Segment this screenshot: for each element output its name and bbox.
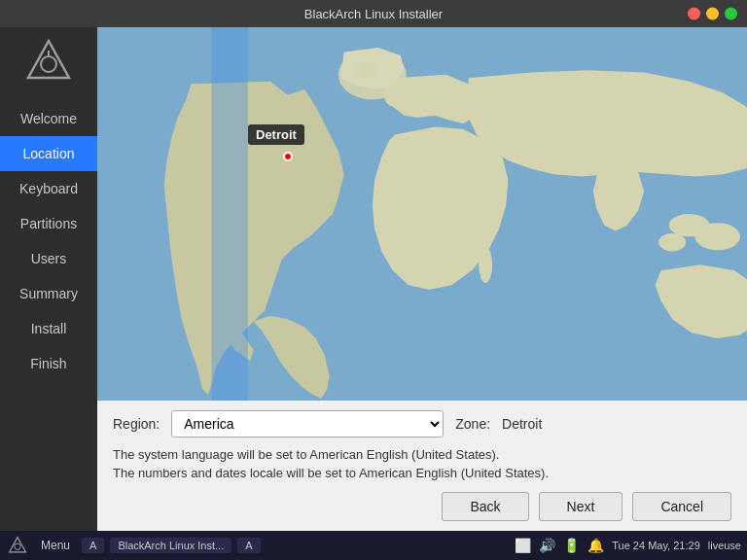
controls-area: Region: America Africa Antarctica Arctic… — [97, 401, 747, 531]
sidebar-item-welcome[interactable]: Welcome — [0, 101, 97, 136]
sidebar-item-install[interactable]: Install — [0, 311, 97, 346]
content-area: Detroit Region: America Africa Antarctic… — [97, 27, 747, 531]
sidebar-item-location[interactable]: Location — [0, 136, 97, 171]
region-zone-row: Region: America Africa Antarctica Arctic… — [113, 410, 731, 438]
svg-point-13 — [355, 62, 377, 78]
region-select[interactable]: America Africa Antarctica Arctic Asia At… — [171, 410, 444, 438]
zone-value: Detroit — [502, 416, 542, 432]
taskbar-right: ⬜ 🔊 🔋 🔔 Tue 24 May, 21:29 liveuse — [515, 538, 741, 553]
svg-point-8 — [694, 223, 740, 250]
blackarch-logo — [24, 37, 73, 86]
notification-icon[interactable]: 🔔 — [587, 538, 604, 553]
svg-rect-5 — [212, 27, 248, 401]
taskbar-datetime: Tue 24 May, 21:29 — [612, 540, 700, 551]
window-title: BlackArch Linux Installer — [304, 7, 443, 21]
svg-point-1 — [41, 56, 56, 72]
minimize-button[interactable] — [706, 8, 719, 20]
info-line1: The system language will be set to Ameri… — [113, 447, 731, 462]
svg-point-12 — [479, 247, 492, 283]
info-line2: The numbers and dates locale will be set… — [113, 466, 731, 480]
cancel-button[interactable]: Cancel — [632, 492, 731, 521]
sidebar-item-finish[interactable]: Finish — [0, 346, 97, 381]
display-icon: ⬜ — [515, 538, 531, 553]
taskbar-app1[interactable]: A — [82, 538, 104, 553]
taskbar-user: liveuse — [708, 540, 741, 551]
back-button[interactable]: Back — [442, 492, 528, 521]
taskbar: Menu A BlackArch Linux Inst... A ⬜ 🔊 🔋 🔔… — [0, 531, 747, 560]
sidebar-item-users[interactable]: Users — [0, 241, 97, 276]
sidebar: Welcome Location Keyboard Partitions Use… — [0, 27, 97, 531]
map-container[interactable]: Detroit — [97, 27, 747, 401]
next-button[interactable]: Next — [539, 492, 623, 521]
sidebar-item-partitions[interactable]: Partitions — [0, 206, 97, 241]
sidebar-item-keyboard[interactable]: Keyboard — [0, 171, 97, 206]
window-controls — [688, 8, 737, 20]
svg-point-9 — [658, 233, 686, 252]
sidebar-item-summary[interactable]: Summary — [0, 276, 97, 311]
buttons-row: Back Next Cancel — [113, 492, 731, 521]
region-label: Region: — [113, 416, 160, 432]
close-button[interactable] — [688, 8, 700, 20]
taskbar-logo — [6, 534, 29, 557]
zone-label: Zone: — [455, 416, 490, 432]
battery-icon: 🔋 — [563, 538, 580, 553]
world-map — [97, 27, 747, 401]
volume-icon[interactable]: 🔊 — [539, 538, 555, 553]
titlebar: BlackArch Linux Installer — [0, 0, 747, 27]
svg-point-15 — [15, 543, 20, 549]
main-layout: Welcome Location Keyboard Partitions Use… — [0, 27, 747, 531]
taskbar-menu[interactable]: Menu — [35, 537, 76, 554]
taskbar-app3[interactable]: A — [237, 538, 260, 553]
taskbar-app2[interactable]: BlackArch Linux Inst... — [110, 538, 231, 553]
maximize-button[interactable] — [725, 8, 737, 20]
